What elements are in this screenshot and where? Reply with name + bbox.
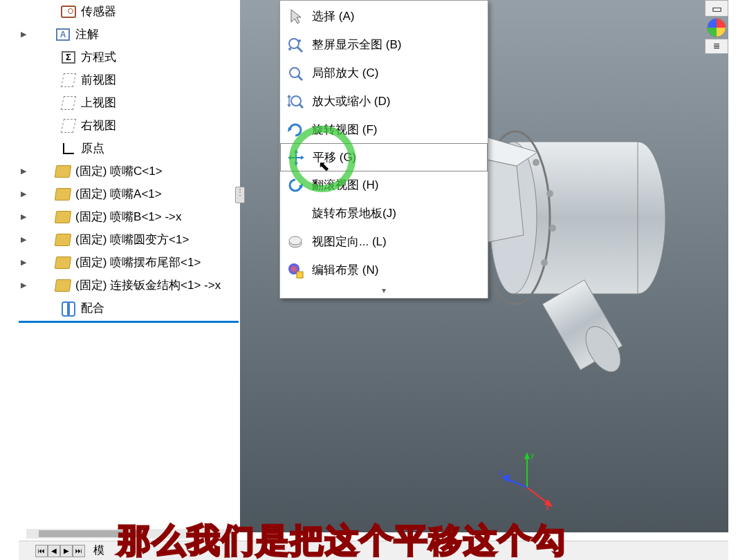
tree-item-4[interactable]: 上视图 [19, 91, 240, 114]
tree-item-label: 上视图 [81, 95, 116, 111]
svg-point-19 [289, 39, 299, 48]
toolbar-button-1[interactable]: ▭ [705, 0, 728, 17]
menu-item-pan[interactable]: 平移 (G) [280, 143, 488, 171]
svg-point-23 [290, 68, 299, 77]
menu-item-zoomarea[interactable]: 局部放大 (C) [280, 59, 488, 87]
menu-item-zoomfit[interactable]: 整屏显示全图 (B) [280, 30, 488, 59]
cursor-icon [283, 4, 308, 29]
menu-item-label: 旋转视图 (F) [312, 122, 377, 138]
view-context-menu: 选择 (A)整屏显示全图 (B)局部放大 (C)放大或缩小 (D)旋转视图 (F… [279, 0, 488, 299]
svg-line-24 [298, 76, 302, 80]
menu-item-cursor[interactable]: 选择 (A) [280, 2, 488, 30]
tree-item-label: (固定) 喷嘴摆布尾部<1> [75, 254, 201, 270]
plane-icon [60, 95, 77, 111]
tab-label[interactable]: 模 [93, 543, 104, 558]
menu-item-rotate[interactable]: 旋转视图 (F) [280, 115, 488, 144]
tree-item-label: 方程式 [81, 49, 116, 65]
svg-point-22 [288, 48, 291, 50]
tree-item-label: (固定) 喷嘴圆变方<1> [75, 232, 189, 248]
menu-item-label: 平移 (G) [313, 149, 356, 165]
expand-arrow-icon[interactable]: ▶ [19, 281, 28, 290]
tree-item-2[interactable]: Σ方程式 [19, 46, 240, 68]
tree-item-label: 配合 [81, 300, 104, 316]
roll-icon [283, 173, 308, 198]
svg-rect-38 [297, 272, 303, 278]
tree-item-9[interactable]: ▶(固定) 喷嘴B<1> ->x [19, 205, 240, 228]
expand-arrow-icon[interactable]: ▶ [19, 212, 28, 221]
sigma-icon: Σ [60, 49, 77, 66]
menu-item-orient[interactable]: 视图定向... (L) [280, 227, 488, 256]
svg-marker-30 [294, 149, 298, 153]
orient-icon [283, 230, 308, 254]
none-icon [283, 201, 308, 226]
sensor-icon [60, 3, 77, 20]
part-icon [55, 186, 71, 203]
tree-item-label: 前视图 [81, 72, 116, 88]
tab-nav-next[interactable]: ▶ [60, 545, 73, 557]
expand-arrow-icon[interactable]: ▶ [19, 189, 28, 198]
menu-item-label: 翻滚视图 (H) [312, 177, 378, 193]
menu-item-label: 放大或缩小 (D) [312, 93, 390, 109]
tree-item-12[interactable]: ▶(固定) 连接钣金结构<1> ->x [19, 274, 240, 297]
pan-icon [284, 145, 308, 170]
part-icon [55, 163, 71, 180]
menu-item-zoom[interactable]: 放大或缩小 (D) [280, 87, 488, 115]
expand-arrow-icon[interactable]: ▶ [19, 258, 28, 267]
tab-nav-prev[interactable]: ◀ [48, 545, 60, 557]
svg-marker-33 [301, 156, 304, 160]
menu-expand-more[interactable]: ▾ [280, 284, 488, 297]
rotate-icon [283, 118, 308, 142]
tree-item-10[interactable]: ▶(固定) 喷嘴圆变方<1> [19, 228, 240, 251]
panel-splitter-handle[interactable] [235, 187, 245, 203]
tree-item-label: 原点 [81, 140, 104, 156]
svg-point-25 [291, 96, 301, 106]
tree-item-label: (固定) 连接钣金结构<1> ->x [75, 277, 221, 293]
menu-item-roll[interactable]: 翻滚视图 (H) [280, 171, 488, 199]
tree-item-label: 右视图 [81, 118, 116, 133]
tree-item-label: 注解 [75, 26, 99, 42]
menu-item-label: 视图定向... (L) [312, 234, 387, 250]
feature-tree-panel: 传感器▶A注解Σ方程式前视图上视图右视图原点▶(固定) 喷嘴C<1>▶(固定) … [19, 0, 240, 532]
part-icon [55, 209, 71, 225]
menu-item-label: 旋转布景地板(J) [312, 205, 396, 221]
svg-marker-31 [294, 162, 298, 166]
zoom-icon [283, 89, 308, 114]
tree-item-label: (固定) 喷嘴B<1> ->x [75, 209, 182, 225]
svg-point-6 [549, 225, 556, 232]
tree-item-13[interactable]: 配合 [19, 297, 240, 319]
expand-arrow-icon[interactable]: ▶ [19, 30, 28, 39]
toolbar-list-button[interactable]: ≡ [705, 39, 728, 54]
svg-point-4 [533, 159, 540, 166]
tree-item-label: (固定) 喷嘴A<1> [75, 186, 162, 202]
svg-point-36 [289, 236, 302, 245]
part-icon [55, 277, 71, 294]
svg-point-21 [298, 39, 301, 42]
svg-line-26 [299, 104, 303, 108]
part-icon [55, 232, 71, 248]
plane-icon [60, 72, 77, 88]
tree-item-5[interactable]: 右视图 [19, 114, 240, 137]
part-icon [55, 254, 71, 271]
tree-item-11[interactable]: ▶(固定) 喷嘴摆布尾部<1> [19, 251, 240, 274]
tree-item-1[interactable]: ▶A注解 [19, 23, 240, 46]
tree-item-6[interactable]: 原点 [19, 137, 240, 160]
expand-arrow-icon[interactable]: ▶ [19, 235, 28, 244]
tab-nav-first[interactable]: ⏮ [35, 545, 48, 557]
tab-nav-last[interactable]: ⏭ [73, 545, 85, 557]
appearance-sphere-icon[interactable] [707, 18, 726, 37]
video-subtitle: 那么我们是把这个平移这个勾 [118, 519, 567, 560]
mate-icon [60, 300, 77, 317]
tree-item-0[interactable]: 传感器 [19, 0, 240, 23]
tree-item-7[interactable]: ▶(固定) 喷嘴C<1> [19, 160, 240, 183]
expand-arrow-icon[interactable]: ▶ [19, 167, 28, 176]
tree-item-3[interactable]: 前视图 [19, 68, 240, 91]
right-toolbar: ▭ ≡ [705, 0, 728, 55]
svg-marker-32 [288, 156, 291, 160]
tree-item-8[interactable]: ▶(固定) 喷嘴A<1> [19, 183, 240, 205]
menu-item-none[interactable]: 旋转布景地板(J) [280, 199, 488, 227]
editscene-icon [283, 258, 308, 283]
menu-item-label: 编辑布景 (N) [312, 262, 378, 278]
tree-selection-bar [19, 321, 239, 323]
menu-item-editscene[interactable]: 编辑布景 (N) [280, 256, 488, 284]
menu-item-label: 局部放大 (C) [312, 65, 378, 81]
